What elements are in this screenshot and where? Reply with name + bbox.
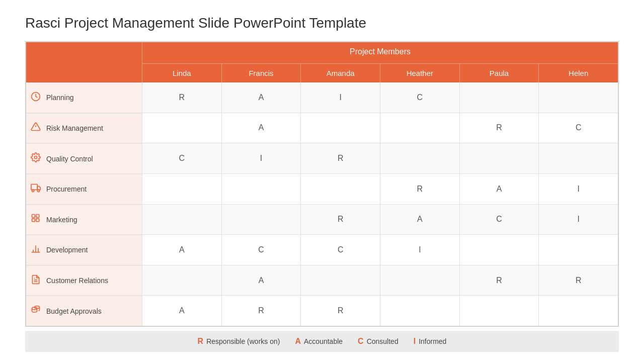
cell-quality-amanda: R [300,143,380,173]
cell-bud-paula [459,296,539,326]
svg-marker-5 [37,186,40,190]
table-row: Risk Management A R C [26,113,618,143]
cell-risk-heather [380,113,459,143]
label-risk: Risk Management [46,124,103,132]
cell-cust-linda [142,265,221,296]
legend-i: I Informed [414,337,447,346]
legend-c: C Consulted [358,337,398,346]
cell-cust-paula: R [459,265,539,296]
marketing-icon [30,213,41,226]
cell-bud-linda: A [142,296,221,326]
members-name-row: Linda Francis Amanda Heather Paula Helen [26,63,618,82]
cell-bud-helen [538,296,618,326]
bar-chart-icon [30,244,41,256]
cell-cust-francis: A [221,265,301,296]
row-label-risk: Risk Management [26,113,142,143]
cell-proc-linda [142,174,221,204]
cell-planning-paula [459,82,539,113]
cell-bud-francis: R [221,296,301,326]
svg-point-3 [35,156,37,159]
table-row: Quality Control C I R [26,143,618,173]
table-row: Procurement R A I [26,173,618,204]
svg-point-6 [32,190,34,192]
table-body: Planning R A I C [26,82,618,326]
legend-r-desc: Responsible (works on) [206,337,280,345]
cell-dev-linda: A [142,235,221,265]
cell-dev-heather: I [380,235,459,265]
row-label-planning: Planning [26,82,142,113]
cell-dev-paula [459,235,539,265]
row-data-marketing: R A C I [142,205,618,235]
label-budget: Budget Approvals [46,307,102,315]
table-row: Planning R A I C [26,82,618,113]
row-label-customer: Customer Relations [26,265,142,296]
legend-a-letter: A [295,337,301,346]
member-linda: Linda [142,63,221,82]
legend-r: R Responsible (works on) [198,337,280,346]
cell-planning-linda: R [142,82,221,113]
row-label-development: Development [26,235,142,265]
page-title: Rasci Project Management Slide PowerPoin… [25,15,619,31]
header-project-members-row: Project Members [26,42,618,63]
cell-bud-heather [380,296,459,326]
rasci-table-container: Project Members Linda Francis Amanda Hea… [25,41,619,327]
cell-cust-helen: R [538,265,618,296]
table-row: Marketing R A C I [26,204,618,235]
label-planning: Planning [46,94,74,102]
cell-quality-linda: C [142,143,221,173]
table-row: Customer Relations A R R [26,265,618,296]
member-amanda: Amanda [300,63,380,82]
cell-proc-helen: I [538,174,618,204]
row-data-planning: R A I C [142,82,618,113]
legend-r-letter: R [198,337,204,346]
cell-planning-heather: C [380,82,459,113]
cell-bud-amanda: R [300,296,380,326]
member-heather: Heather [380,63,459,82]
warning-icon [30,122,41,134]
cell-risk-helen: C [538,113,618,143]
cell-mkt-francis [221,205,301,235]
svg-rect-4 [31,184,38,190]
cell-risk-francis: A [221,113,301,143]
legend-c-letter: C [358,337,364,346]
cell-proc-heather: R [380,174,459,204]
member-paula: Paula [459,63,539,82]
page: Rasci Project Management Slide PowerPoin… [0,0,644,362]
row-data-quality: C I R [142,143,618,173]
legend-i-letter: I [414,337,416,346]
cell-mkt-paula: C [459,205,539,235]
legend-a-desc: Accountable [304,337,343,345]
svg-rect-9 [32,219,35,222]
row-data-development: A C C I [142,235,618,265]
row-label-procurement: Procurement [26,174,142,204]
row-label-marketing: Marketing [26,205,142,235]
svg-rect-8 [32,215,35,218]
cell-risk-paula: R [459,113,539,143]
label-marketing: Marketing [46,216,77,224]
cell-quality-helen [538,143,618,173]
svg-point-7 [37,190,39,192]
document-icon [30,275,41,287]
svg-rect-11 [36,219,39,222]
cell-mkt-amanda: R [300,205,380,235]
cell-mkt-heather: A [380,205,459,235]
cell-proc-francis [221,174,301,204]
row-label-quality: Quality Control [26,143,142,173]
label-development: Development [46,246,88,254]
cell-quality-francis: I [221,143,301,173]
cell-proc-amanda [300,174,380,204]
cell-risk-linda [142,113,221,143]
label-procurement: Procurement [46,185,87,193]
member-francis: Francis [221,63,301,82]
clock-icon [30,92,41,104]
gear-icon [30,152,41,165]
cell-dev-helen [538,235,618,265]
legend-c-desc: Consulted [367,337,398,345]
svg-rect-10 [36,215,39,218]
cell-quality-paula [459,143,539,173]
header-empty [26,42,142,63]
cell-quality-heather [380,143,459,173]
cell-proc-paula: A [459,174,539,204]
cell-planning-francis: A [221,82,301,113]
cell-planning-amanda: I [300,82,380,113]
